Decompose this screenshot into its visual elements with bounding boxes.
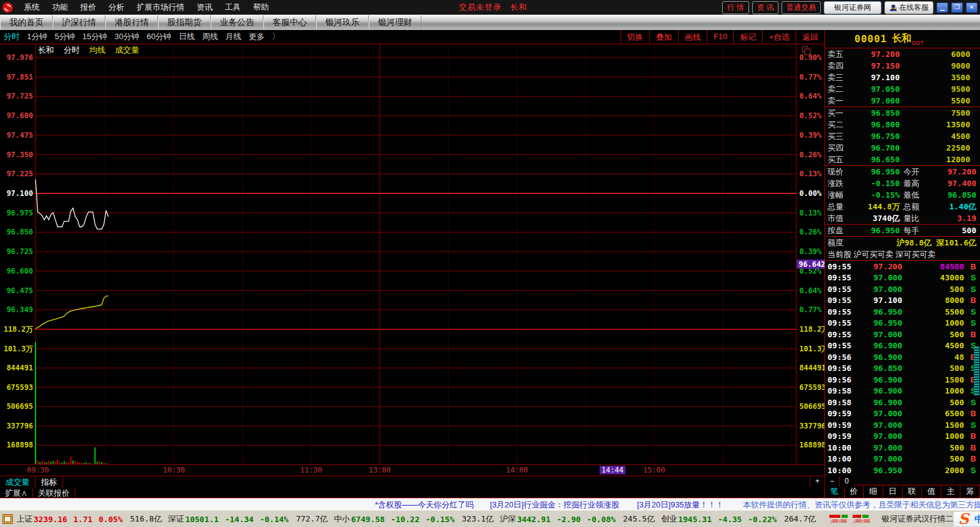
nav-item[interactable]: 我的首页 — [0, 15, 53, 30]
quick-button[interactable]: 行 情 — [722, 1, 748, 14]
panel-tab-item[interactable]: 主 — [941, 485, 961, 498]
minimize-button[interactable]: ▁ — [937, 2, 948, 13]
action-button[interactable]: +自选 — [762, 30, 796, 43]
menu-item[interactable]: 帮助 — [247, 1, 275, 14]
tab-indicator[interactable]: 指标 — [36, 476, 63, 488]
sogou-logo-icon[interactable]: S — [959, 512, 969, 526]
index-quote[interactable]: 上证3239.161.710.05%516.8亿 — [17, 514, 162, 525]
panel-tab-item[interactable]: 细 — [864, 485, 883, 498]
menu-item[interactable]: 系统 — [18, 1, 46, 14]
svg-text:0.64%: 0.64% — [799, 286, 822, 295]
ticker-item[interactable]: [3月20日]行业掘金：挖掘行业领涨股 — [490, 499, 619, 510]
tick-time: 09:59 — [827, 409, 854, 418]
period-item[interactable]: 〉 — [268, 31, 284, 42]
tab-linked-quotes[interactable]: 关联报价 — [33, 488, 75, 498]
action-button[interactable]: 返回 — [796, 30, 824, 43]
tick-time: 09:56 — [827, 364, 854, 373]
index-quote[interactable]: 创业1945.31-4.35-0.22%264.7亿 — [661, 514, 816, 525]
action-button[interactable]: 画线 — [678, 30, 707, 43]
period-item[interactable]: 日线 — [175, 31, 198, 42]
tick-volume: 1000 — [902, 432, 969, 441]
tick-scrollbar[interactable] — [974, 346, 979, 395]
action-button[interactable]: 叠加 — [649, 30, 678, 43]
info-row: 市值3740亿量比3.19 — [825, 212, 980, 224]
zoom-button[interactable]: 0 — [839, 476, 854, 487]
galaxy-website-button[interactable]: 银河证券网 — [824, 1, 881, 14]
restore-button[interactable]: ❐ — [951, 2, 963, 13]
zoom-button[interactable]: + — [810, 476, 824, 487]
index-quote[interactable]: 深证10501.1-14.34-0.14%772.7亿 — [168, 514, 328, 525]
panel-tab-item[interactable]: 日 — [883, 485, 903, 498]
menu-item[interactable]: 报价 — [74, 1, 102, 14]
nav-item[interactable]: 股指期货 — [158, 15, 211, 30]
nav-item[interactable]: 银河玖乐 — [316, 15, 369, 30]
period-item[interactable]: 分时 — [0, 31, 23, 42]
action-button[interactable]: 切换 — [620, 30, 649, 43]
tick-list: 09:5597.20084500B09:5597.00043000S09:559… — [825, 260, 980, 477]
quote-widget-icon[interactable] — [2, 514, 13, 524]
online-service-button[interactable]: 在线客服 — [884, 1, 933, 14]
close-button[interactable]: ✕ — [966, 2, 978, 13]
buy-row[interactable]: 买一96.8507500 — [825, 107, 980, 119]
info-label: 按盘 — [827, 225, 853, 236]
action-button[interactable]: F10 — [707, 30, 733, 43]
ticker-item[interactable]: [3月20日]935放量！！！ — [637, 499, 724, 510]
action-button[interactable]: 标记 — [733, 30, 762, 43]
nav-item[interactable]: 港股行情 — [105, 15, 158, 30]
cn-en-toggle-icon[interactable]: 中 — [974, 514, 980, 525]
buy-row[interactable]: 买二96.80013500 — [825, 119, 980, 130]
buy-row[interactable]: 买四96.70022500 — [825, 142, 980, 154]
ticker-item[interactable]: 本软件提供的行情、资讯等仅供参考，且受限于相关信息为第三方提供等 — [743, 499, 980, 510]
book-volume: 22500 — [900, 143, 978, 152]
sell-row[interactable]: 卖一97.0005500 — [825, 95, 980, 107]
menu-item[interactable]: 资讯 — [190, 1, 219, 14]
intraday-chart[interactable]: 97.9760.90%97.8510.77%97.7250.64%97.6000… — [0, 43, 824, 465]
nav-item[interactable]: 沪深行情 — [53, 15, 105, 30]
ticker-item[interactable]: *含权股——今天你分红了吗 — [375, 499, 473, 510]
menu-item[interactable]: 扩展市场行情 — [130, 1, 190, 14]
period-item[interactable]: 15分钟 — [78, 31, 110, 42]
index-quote[interactable]: 沪深3442.91-2.90-0.08%245.5亿 — [500, 514, 655, 525]
svg-text:0.13%: 0.13% — [799, 209, 822, 217]
buy-row[interactable]: 买五96.65012000 — [825, 154, 980, 165]
chart-canvas[interactable]: 97.9760.90%97.8510.77%97.7250.64%97.6000… — [0, 43, 824, 465]
tab-expand[interactable]: 扩展∧ — [0, 488, 33, 498]
period-item[interactable]: 5分钟 — [51, 31, 78, 42]
tab-volume[interactable]: 成交量 — [0, 476, 36, 488]
period-item[interactable]: 1分钟 — [23, 31, 51, 42]
ime-toolbar: S 中 ☽ ’ ♪ ⌨ 👤15 ▼ ⚒ — [954, 512, 980, 526]
book-price: 97.000 — [856, 96, 900, 105]
nav-item[interactable]: 客服中心 — [263, 15, 316, 30]
quick-button[interactable]: 资 讯 — [752, 1, 778, 14]
panel-tab-item[interactable]: 联 — [903, 485, 922, 498]
nav-item[interactable]: 银河理财 — [369, 15, 421, 30]
sell-row[interactable]: 卖三97.1003500 — [825, 72, 980, 83]
sell-row[interactable]: 卖二97.0509500 — [825, 83, 980, 95]
sell-row[interactable]: 卖四97.1509000 — [825, 60, 980, 72]
period-item[interactable]: 60分钟 — [143, 31, 175, 42]
menu-item[interactable]: 工具 — [219, 1, 247, 14]
nav-item[interactable]: 业务公告 — [211, 15, 263, 30]
zoom-button[interactable]: − — [824, 476, 839, 487]
period-item[interactable]: 月线 — [222, 31, 245, 42]
menu-item[interactable]: 分析 — [102, 1, 130, 14]
svg-text:675593: 675593 — [799, 383, 824, 392]
trade-login-status[interactable]: 交易未登录 — [459, 2, 502, 12]
panel-tab-item[interactable]: 值 — [922, 485, 941, 498]
panel-tab-item[interactable]: 笔 — [825, 485, 845, 498]
period-item[interactable]: 更多 — [245, 31, 268, 42]
sell-row[interactable]: 卖五97.2006000 — [825, 48, 980, 60]
quick-button[interactable]: 普通交易 — [782, 1, 821, 14]
buy-row[interactable]: 买三96.7504500 — [825, 130, 980, 142]
svg-text:96.475: 96.475 — [7, 286, 33, 295]
index-quote[interactable]: 中小6749.58-10.22-0.15%323.1亿 — [334, 514, 494, 525]
panel-tab-item[interactable]: 筹 — [960, 485, 980, 498]
tick-row: 09:5896.9001000S — [825, 386, 980, 397]
tick-row: 09:5997.0006500B — [825, 408, 980, 420]
heat-red-block — [853, 515, 861, 518]
period-item[interactable]: 30分钟 — [111, 31, 143, 42]
period-item[interactable]: 周线 — [198, 31, 222, 42]
tick-direction: B — [969, 432, 978, 441]
panel-tab-item[interactable]: 价 — [845, 485, 864, 498]
menu-item[interactable]: 功能 — [46, 1, 74, 14]
